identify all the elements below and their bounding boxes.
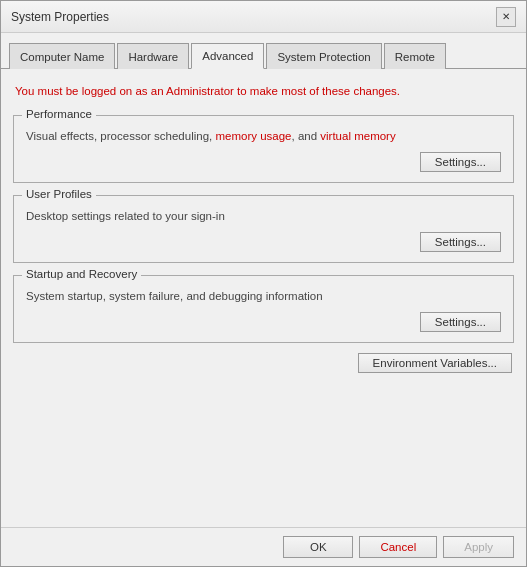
close-button[interactable]: ✕ <box>496 7 516 27</box>
system-properties-window: System Properties ✕ Computer Name Hardwa… <box>0 0 527 567</box>
startup-recovery-settings-button[interactable]: Settings... <box>420 312 501 332</box>
performance-desc-highlight2: virtual memory <box>320 130 395 142</box>
tab-content: You must be logged on as an Administrato… <box>1 69 526 527</box>
window-title: System Properties <box>11 10 109 24</box>
tabs-bar: Computer Name Hardware Advanced System P… <box>1 33 526 69</box>
tab-system-protection[interactable]: System Protection <box>266 43 381 69</box>
startup-recovery-legend: Startup and Recovery <box>22 268 141 280</box>
user-profiles-description: Desktop settings related to your sign-in <box>26 208 501 224</box>
ok-button[interactable]: OK <box>283 536 353 558</box>
tab-advanced[interactable]: Advanced <box>191 43 264 69</box>
tab-hardware[interactable]: Hardware <box>117 43 189 69</box>
tab-remote[interactable]: Remote <box>384 43 446 69</box>
performance-desc-highlight1: memory usage <box>215 130 291 142</box>
tab-computer-name[interactable]: Computer Name <box>9 43 115 69</box>
startup-recovery-description: System startup, system failure, and debu… <box>26 288 501 304</box>
performance-legend: Performance <box>22 108 96 120</box>
startup-recovery-settings-row: Settings... <box>26 312 501 332</box>
footer-buttons: OK Cancel Apply <box>1 527 526 566</box>
user-profiles-settings-button[interactable]: Settings... <box>420 232 501 252</box>
performance-group: Performance Visual effects, processor sc… <box>13 115 514 183</box>
env-variables-row: Environment Variables... <box>13 353 514 373</box>
environment-variables-button[interactable]: Environment Variables... <box>358 353 512 373</box>
performance-description: Visual effects, processor scheduling, me… <box>26 128 501 144</box>
startup-recovery-group: Startup and Recovery System startup, sys… <box>13 275 514 343</box>
user-profiles-legend: User Profiles <box>22 188 96 200</box>
apply-button[interactable]: Apply <box>443 536 514 558</box>
admin-notice: You must be logged on as an Administrato… <box>13 79 514 103</box>
user-profiles-settings-row: Settings... <box>26 232 501 252</box>
performance-settings-button[interactable]: Settings... <box>420 152 501 172</box>
cancel-button[interactable]: Cancel <box>359 536 437 558</box>
user-profiles-group: User Profiles Desktop settings related t… <box>13 195 514 263</box>
title-bar: System Properties ✕ <box>1 1 526 33</box>
performance-settings-row: Settings... <box>26 152 501 172</box>
